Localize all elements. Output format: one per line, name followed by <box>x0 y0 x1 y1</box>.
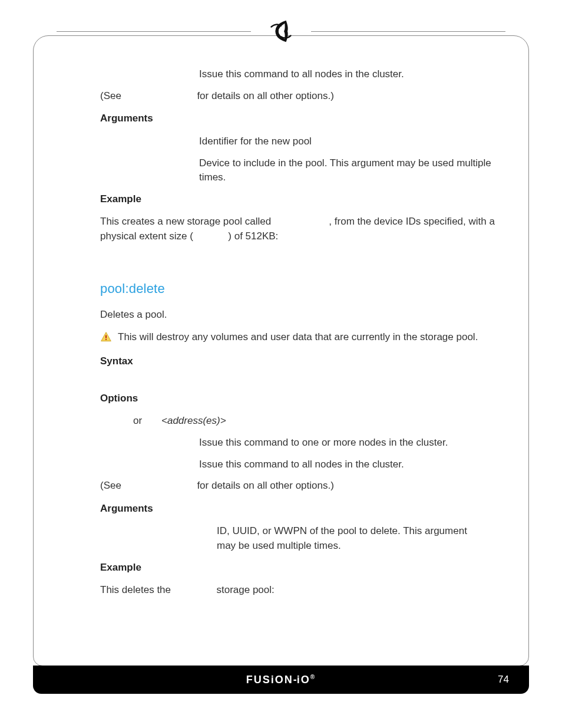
arg-name-description: Identifier for the new pool <box>199 134 513 149</box>
options-or: or <box>133 414 161 429</box>
page-number: 74 <box>498 674 509 686</box>
arguments-heading-2: Arguments <box>100 502 513 516</box>
see-also-line-2: (See xxxxxxxxxxxxxx for details on all o… <box>100 479 513 493</box>
example-heading: Example <box>100 192 513 207</box>
options-addresses: <address(es)> <box>161 414 226 429</box>
page-content: Issue this command to all nodes in the c… <box>100 67 513 606</box>
example-text-2: This deletes the xxxxxxxx storage pool: <box>100 583 513 598</box>
header-rule-right <box>311 31 505 32</box>
arg-pool-description: ID, UUID, or WWPN of the pool to delete.… <box>217 524 488 553</box>
warning-callout: This will destroy any volumes and user d… <box>100 330 513 345</box>
fusion-io-leaf-icon <box>267 18 295 45</box>
arg-device-description: Device to include in the pool. This argu… <box>199 156 513 185</box>
pool-delete-description: Deletes a pool. <box>100 308 513 322</box>
option-all-description: Issue this command to all nodes in the c… <box>199 67 513 82</box>
header-rule-left <box>57 31 251 32</box>
pool-delete-heading: pool:delete <box>100 279 513 298</box>
warning-icon <box>100 331 112 343</box>
page-footer: FUSiON-iO® 74 <box>33 666 529 694</box>
see-also-line: (See xxxxxxxxxxxxxx for details on all o… <box>100 89 513 104</box>
svg-rect-0 <box>105 335 107 338</box>
footer-brand: FUSiON-iO® <box>246 674 316 686</box>
warning-text: This will destroy any volumes and user d… <box>118 330 478 345</box>
options-heading: Options <box>100 391 513 406</box>
example-heading-2: Example <box>100 561 513 575</box>
syntax-heading: Syntax <box>100 354 513 369</box>
option-all-description-2: Issue this command to all nodes in the c… <box>199 457 513 472</box>
example-text: This creates a new storage pool called x… <box>100 215 495 243</box>
header <box>0 18 562 45</box>
svg-rect-1 <box>105 339 107 340</box>
option-node-description: Issue this command to one or more nodes … <box>199 436 513 450</box>
arguments-heading: Arguments <box>100 111 513 126</box>
